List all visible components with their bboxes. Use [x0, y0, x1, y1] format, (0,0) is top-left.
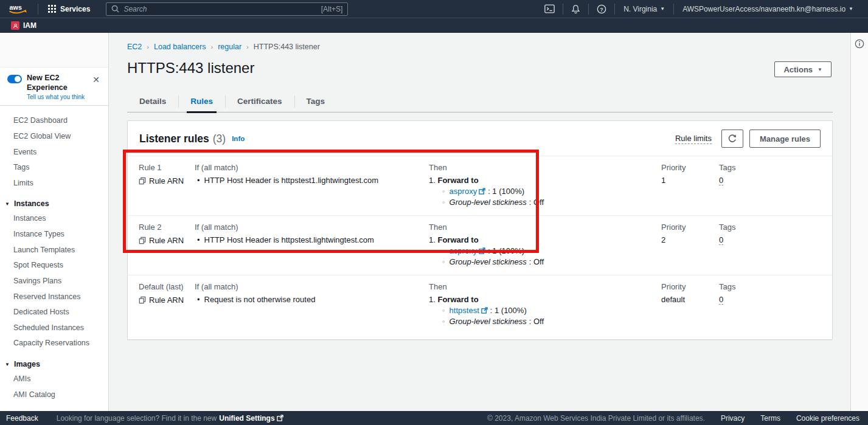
- external-link-icon: [479, 247, 485, 254]
- if-title: If (all match): [195, 223, 429, 232]
- external-link-icon: [277, 415, 283, 421]
- tab-certificates[interactable]: Certificates: [225, 93, 294, 112]
- account-menu[interactable]: AWSPowerUserAccess/navaneeth.kn@harness.…: [674, 5, 862, 13]
- sidebar-item-spot-requests[interactable]: Spot Requests: [0, 258, 108, 274]
- sidebar-item-capacity-reservations[interactable]: Capacity Reservations: [0, 336, 108, 351]
- refresh-icon: [727, 134, 737, 143]
- cloudshell-icon: [544, 4, 555, 13]
- sidebar-item-ec2-global-view[interactable]: EC2 Global View: [0, 129, 108, 145]
- tell-us-link[interactable]: Tell us what you think: [27, 94, 90, 100]
- privacy-link[interactable]: Privacy: [721, 414, 745, 423]
- sidebar-item-events[interactable]: Events: [0, 145, 108, 161]
- sidebar-item-dedicated-hosts[interactable]: Dedicated Hosts: [0, 305, 108, 320]
- new-experience-block: New EC2 Experience Tell us what you thin…: [0, 67, 108, 106]
- target-group-link[interactable]: asproxy: [450, 187, 486, 196]
- tab-rules[interactable]: Rules: [178, 93, 225, 112]
- target-group-line: httpstest : 1 (100%): [429, 306, 661, 315]
- target-weight: : 1 (100%): [490, 306, 527, 315]
- cookie-preferences-link[interactable]: Cookie preferences: [796, 414, 859, 423]
- terms-link[interactable]: Terms: [760, 414, 780, 423]
- info-link[interactable]: Info: [232, 135, 245, 142]
- copyright: © 2023, Amazon Web Services India Privat…: [487, 414, 705, 423]
- then-cell: Then 1. Forward to asproxy: [429, 163, 661, 207]
- sidebar-item-instance-types[interactable]: Instance Types: [0, 227, 108, 243]
- page: aws Services [Alt+S]: [0, 0, 868, 425]
- notifications-button[interactable]: [563, 4, 588, 14]
- chevron-down-icon: ▼: [849, 6, 853, 12]
- if-title: If (all match): [195, 163, 429, 172]
- sidebar-item-ec2-dashboard[interactable]: EC2 Dashboard: [0, 113, 108, 129]
- rule-condition: HTTP Host Header is httpstest.lightwingt…: [195, 235, 429, 244]
- sidebar-section-instances[interactable]: ▼ Instances: [0, 196, 108, 211]
- sidebar-item-ami-catalog[interactable]: AMI Catalog: [0, 387, 108, 403]
- language-hint: Looking for language selection? Find it …: [57, 414, 217, 423]
- tags-count-link[interactable]: 0: [719, 176, 723, 185]
- unified-settings-link[interactable]: Unified Settings: [219, 414, 283, 423]
- sidebar-item-limits[interactable]: Limits: [0, 176, 108, 192]
- priority-cell: Priority default: [661, 282, 719, 326]
- info-icon[interactable]: [855, 39, 864, 49]
- new-experience-title: New EC2 Experience: [27, 74, 90, 92]
- favorite-iam-link[interactable]: IAM: [11, 21, 36, 30]
- tags-cell: Tags 0: [719, 163, 832, 207]
- copy-icon: [139, 177, 146, 185]
- sidebar-item-reserved-instances[interactable]: Reserved Instances: [0, 289, 108, 305]
- sidebar-item-scheduled-instances[interactable]: Scheduled Instances: [0, 320, 108, 336]
- sidebar-section-images[interactable]: ▼ Images: [0, 356, 108, 371]
- breadcrumb-separator: ›: [147, 43, 149, 50]
- sidebar-item-tags[interactable]: Tags: [0, 160, 108, 176]
- stickiness-value: : Off: [529, 317, 544, 326]
- triangle-down-icon: ▼: [5, 201, 10, 207]
- global-search[interactable]: [Alt+S]: [106, 2, 348, 16]
- sidebar-item-instances[interactable]: Instances: [0, 211, 108, 227]
- breadcrumb-ec2[interactable]: EC2: [127, 43, 142, 51]
- help-button[interactable]: ?: [589, 4, 614, 14]
- new-experience-labels: New EC2 Experience Tell us what you thin…: [27, 74, 90, 100]
- rule-arn-copy[interactable]: Rule ARN: [139, 295, 195, 305]
- sidebar-item-savings-plans[interactable]: Savings Plans: [0, 274, 108, 289]
- sidebar-item-launch-templates[interactable]: Launch Templates: [0, 243, 108, 258]
- target-weight: : 1 (100%): [488, 187, 524, 196]
- aws-logo[interactable]: aws: [0, 2, 38, 16]
- target-group-line: asproxy : 1 (100%): [429, 246, 661, 255]
- manage-rules-button[interactable]: Manage rules: [749, 130, 821, 148]
- new-experience-toggle[interactable]: [7, 75, 22, 83]
- refresh-button[interactable]: [721, 130, 743, 148]
- target-group-link[interactable]: asproxy: [450, 246, 486, 255]
- breadcrumb-load-balancers[interactable]: Load balancers: [154, 43, 206, 51]
- help-icon: ?: [597, 4, 606, 14]
- tags-count-link[interactable]: 0: [719, 235, 723, 245]
- services-label: Services: [60, 5, 90, 13]
- triangle-down-icon: ▼: [5, 362, 10, 367]
- services-menu-button[interactable]: Services: [38, 5, 99, 13]
- tab-bar: Details Rules Certificates Tags: [127, 93, 833, 112]
- feedback-link[interactable]: Feedback: [0, 414, 57, 423]
- sidebar-item-amis[interactable]: AMIs: [0, 371, 108, 387]
- search-input[interactable]: [123, 5, 316, 13]
- tags-count-link[interactable]: 0: [719, 295, 723, 305]
- tab-details[interactable]: Details: [127, 93, 178, 112]
- target-group-link[interactable]: httpstest: [450, 306, 488, 315]
- svg-text:aws: aws: [10, 3, 22, 10]
- top-nav-right: ? N. Virginia ▼ AWSPowerUserAccess/navan…: [536, 4, 868, 15]
- forward-to: 1. Forward to: [429, 176, 661, 185]
- bell-icon: [571, 4, 580, 14]
- rule-arn-copy[interactable]: Rule ARN: [139, 236, 195, 245]
- target-group-name: httpstest: [450, 306, 479, 315]
- forward-to: 1. Forward to: [429, 295, 661, 304]
- close-icon[interactable]: ✕: [90, 74, 102, 86]
- cloudshell-button[interactable]: [536, 4, 563, 13]
- account-label: AWSPowerUserAccess/navaneeth.kn@harness.…: [682, 5, 845, 13]
- region-selector[interactable]: N. Virginia ▼: [615, 5, 673, 13]
- breadcrumb: EC2 › Load balancers › regular › HTTPS:4…: [109, 33, 850, 51]
- rule-limits-link[interactable]: Rule limits: [675, 134, 712, 144]
- stickiness-label: Group-level stickiness: [450, 317, 527, 326]
- actions-button[interactable]: Actions ▼: [774, 61, 832, 77]
- forward-number: 1.: [429, 235, 436, 244]
- help-panel-strip: [850, 33, 868, 411]
- tab-tags[interactable]: Tags: [294, 93, 338, 112]
- rule-arn-copy[interactable]: Rule ARN: [139, 176, 195, 185]
- tags-title: Tags: [719, 163, 832, 172]
- breadcrumb-current: HTTPS:443 listener: [254, 43, 320, 51]
- breadcrumb-regular[interactable]: regular: [218, 43, 241, 51]
